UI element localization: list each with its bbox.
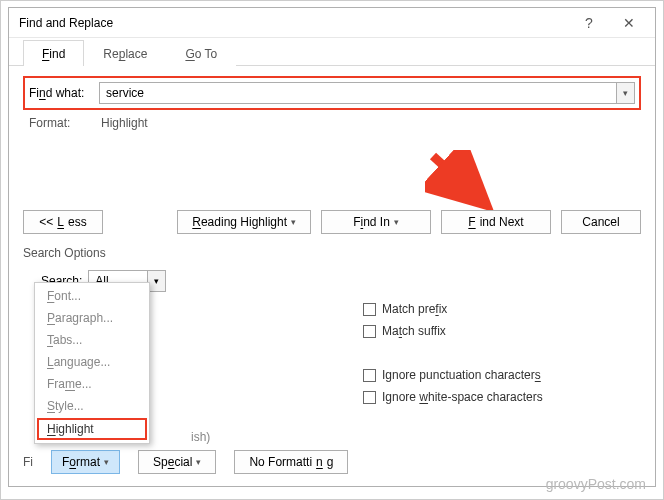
close-button[interactable]: ✕ [609, 15, 649, 31]
menu-item-font[interactable]: Font... [37, 285, 147, 307]
help-button[interactable]: ? [569, 15, 609, 31]
chevron-down-icon: ▾ [104, 457, 109, 467]
footer-label: Fi [23, 455, 33, 469]
tab-strip: Find Replace Go To [9, 38, 655, 66]
format-popup-menu: Font... Paragraph... Tabs... Language...… [34, 282, 150, 444]
match-prefix-checkbox[interactable]: Match prefix [363, 298, 543, 320]
find-what-dropdown-icon[interactable]: ▾ [616, 83, 634, 103]
tab-goto-label: Go To [185, 47, 217, 61]
options-right-column: Match prefix Match suffix Ignore punctua… [323, 298, 543, 444]
menu-item-language[interactable]: Language... [37, 351, 147, 373]
footer-row: Fi Format▾ Special▾ No Formatting [23, 450, 348, 474]
chevron-down-icon: ▾ [394, 217, 399, 227]
find-in-button[interactable]: Find In▾ [321, 210, 431, 234]
find-what-label: Find what: [29, 86, 93, 100]
dialog-title: Find and Replace [19, 16, 569, 30]
cancel-button[interactable]: Cancel [561, 210, 641, 234]
less-button[interactable]: << Less [23, 210, 103, 234]
find-what-combo[interactable]: ▾ [99, 82, 635, 104]
menu-item-highlight[interactable]: Highlight [37, 418, 147, 440]
checkbox-icon [363, 391, 376, 404]
menu-item-style[interactable]: Style... [37, 395, 147, 417]
checkbox-icon [363, 369, 376, 382]
special-button[interactable]: Special▾ [138, 450, 216, 474]
tab-replace-label: Replace [103, 47, 147, 61]
find-what-input[interactable] [100, 83, 616, 103]
menu-item-tabs[interactable]: Tabs... [37, 329, 147, 351]
no-formatting-button[interactable]: No Formatting [234, 450, 348, 474]
ignore-punctuation-checkbox[interactable]: Ignore punctuation characters [363, 364, 543, 386]
format-value: Highlight [101, 116, 148, 130]
chevron-down-icon: ▾ [196, 457, 201, 467]
menu-item-paragraph[interactable]: Paragraph... [37, 307, 147, 329]
tab-goto[interactable]: Go To [166, 40, 236, 66]
watermark: groovyPost.com [546, 476, 646, 492]
find-what-row: Find what: ▾ [29, 82, 635, 104]
format-row: Format: Highlight [23, 110, 641, 130]
reading-highlight-button[interactable]: Reading Highlight▾ [177, 210, 311, 234]
checkbox-icon [363, 303, 376, 316]
tab-find[interactable]: Find [23, 40, 84, 66]
menu-item-frame[interactable]: Frame... [37, 373, 147, 395]
titlebar: Find and Replace ? ✕ [9, 8, 655, 38]
button-row: << Less Reading Highlight▾ Find In▾ Find… [23, 210, 641, 234]
tab-replace[interactable]: Replace [84, 40, 166, 66]
checkbox-icon [363, 325, 376, 338]
ignore-whitespace-checkbox[interactable]: Ignore white-space characters [363, 386, 543, 408]
match-suffix-checkbox[interactable]: Match suffix [363, 320, 543, 342]
search-options-title: Search Options [23, 246, 641, 260]
ignore-whitespace-label: Ignore white-space characters [382, 390, 543, 404]
find-what-highlight-box: Find what: ▾ [23, 76, 641, 110]
tab-find-label: Find [42, 47, 65, 61]
match-suffix-label: Match suffix [382, 324, 446, 338]
find-next-button[interactable]: Find Next [441, 210, 551, 234]
format-button[interactable]: Format▾ [51, 450, 120, 474]
format-label: Format: [29, 116, 101, 130]
chevron-down-icon[interactable]: ▾ [147, 271, 165, 291]
match-prefix-label: Match prefix [382, 302, 447, 316]
chevron-down-icon: ▾ [291, 217, 296, 227]
ignore-punctuation-label: Ignore punctuation characters [382, 368, 541, 382]
